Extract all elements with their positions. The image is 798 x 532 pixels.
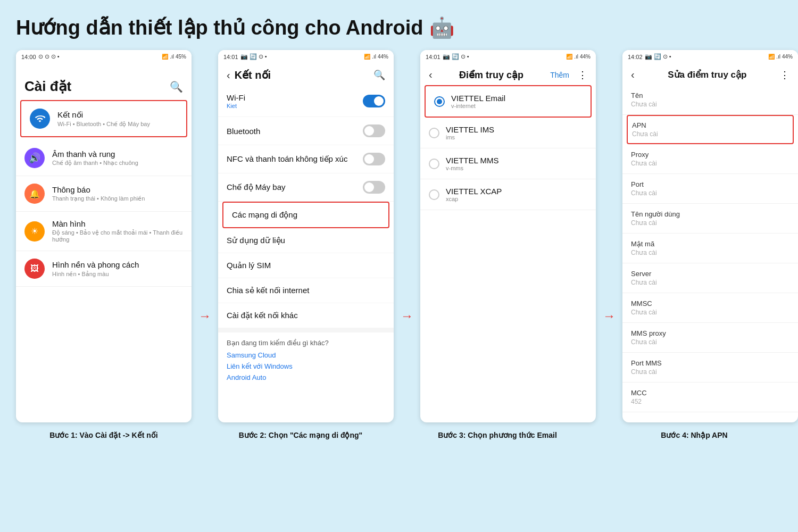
settings-item-hinhen[interactable]: 🖼 Hình nền và phong cách Hình nền • Bảng… [16, 251, 192, 287]
signal-4: 📶 .ıl [768, 54, 780, 60]
field-apn-label: APN [632, 121, 788, 129]
field-password[interactable]: Mật mã Chưa cài [622, 234, 798, 263]
field-port-value: Chưa cài [631, 189, 789, 197]
time-3: 14:01 [426, 54, 440, 60]
more-title: Bạn đang tìm kiếm điều gì khác? [227, 339, 385, 347]
field-username[interactable]: Tên người dùng Chưa cài [622, 204, 798, 234]
apn-email-label: VIETTEL Email [451, 94, 505, 103]
settings-item-thongbao[interactable]: 🔔 Thông báo Thanh trạng thái • Không làm… [16, 176, 192, 212]
screen2-header: ‹ Kết nối 🔍 [218, 62, 394, 86]
nfc-item[interactable]: NFC và thanh toán không tiếp xúc [218, 145, 394, 173]
more-icon[interactable]: ⋮ [578, 69, 587, 81]
steps-row: Bước 1: Vào Cài đặt -> Kết nối Bước 2: C… [16, 422, 782, 439]
step-4-label: Bước 4: Nhập APN [606, 431, 782, 439]
apn-viettel-email[interactable]: VIETTEL Email v-internet [425, 85, 592, 118]
status-bar-1: 14:00 ⊙ ⊙ ⊙ • 📶 .ıl 45% [16, 50, 192, 62]
field-port-label: Port [631, 180, 789, 188]
data-usage-item[interactable]: Sử dụng dữ liệu [218, 228, 394, 253]
radio-ims [429, 128, 439, 138]
field-port-mms[interactable]: Port MMS Chưa cài [622, 353, 798, 383]
airplane-item[interactable]: Chế độ Máy bay [218, 173, 394, 202]
field-mmsc-label: MMSC [631, 300, 789, 307]
thongbao-sub: Thanh trạng thái • Không làm phiền [52, 195, 145, 202]
field-port[interactable]: Port Chưa cài [622, 174, 798, 204]
add-button[interactable]: Thêm [550, 71, 569, 79]
bluetooth-label: Bluetooth [227, 127, 260, 136]
time-4: 14:02 [628, 54, 643, 60]
title-text: Hướng dẫn thiết lập thủ công cho Android [16, 16, 423, 39]
field-port-mms-value: Chưa cài [631, 368, 789, 376]
signal-2: 📶 .ıl [364, 54, 376, 60]
field-proxy-value: Chưa cài [631, 160, 789, 167]
link-samsung-cloud[interactable]: Samsung Cloud [227, 351, 385, 359]
settings-item-ketno[interactable]: Kết nối Wi-Fi • Bluetooth • Chế độ Máy b… [20, 100, 187, 137]
radio-selected [434, 96, 445, 107]
link-android-auto[interactable]: Android Auto [227, 373, 385, 381]
field-server-label: Server [631, 270, 789, 278]
nfc-toggle[interactable] [363, 153, 385, 165]
status-icons-3: 📷 🔄 ⊙ • [443, 53, 469, 60]
data-usage-label: Sử dụng dữ liệu [227, 236, 285, 245]
back-arrow-2[interactable]: ‹ [227, 69, 230, 81]
field-mmsc[interactable]: MMSC Chưa cài [622, 293, 798, 323]
screens-row: 14:00 ⊙ ⊙ ⊙ • 📶 .ıl 45% Cài đặt 🔍 Kết nố… [16, 50, 782, 422]
battery-1: 45% [176, 54, 186, 60]
status-icons-4: 📷 🔄 ⊙ • [645, 53, 671, 60]
field-username-label: Tên người dùng [631, 210, 789, 218]
screen1: 14:00 ⊙ ⊙ ⊙ • 📶 .ıl 45% Cài đặt 🔍 Kết nố… [16, 50, 192, 422]
wifi-icon [30, 109, 50, 129]
hotspot-item[interactable]: Chia sẻ kết nối internet [218, 278, 394, 303]
link-windows[interactable]: Liên kết với Windows [227, 362, 385, 370]
field-server[interactable]: Server Chưa cài [622, 263, 798, 293]
field-mcc[interactable]: MCC 452 [622, 383, 798, 412]
hinhen-sub: Hình nền • Bảng màu [52, 271, 139, 278]
battery-2: 44% [378, 54, 388, 60]
screen3: 14:01 📷 🔄 ⊙ • 📶 .ıl 44% ‹ Điểm truy cập … [420, 50, 596, 422]
radio-mms [429, 159, 439, 169]
search-icon-2[interactable]: 🔍 [373, 69, 385, 81]
bluetooth-item[interactable]: Bluetooth [218, 117, 394, 145]
radio-xcap [429, 189, 439, 200]
sound-icon: 🔊 [24, 148, 45, 168]
settings-item-amthanh[interactable]: 🔊 Âm thanh và rung Chế độ âm thanh • Nhạ… [16, 140, 192, 176]
settings-item-manhinh[interactable]: ☀ Màn hình Độ sáng • Bảo vệ cho mắt thoả… [16, 212, 192, 251]
more-icon-4[interactable]: ⋮ [780, 69, 789, 81]
other-settings-item[interactable]: Cài đặt kết nối khác [218, 303, 394, 328]
field-mcc-label: MCC [631, 389, 789, 397]
airplane-toggle[interactable] [363, 181, 385, 194]
apn-ims-label: VIETTEL IMS [446, 125, 494, 134]
airplane-label: Chế độ Máy bay [227, 182, 286, 192]
search-icon[interactable]: 🔍 [170, 80, 183, 93]
step-1-label: Bước 1: Vào Cài đặt -> Kết nối [16, 431, 192, 439]
field-ten-value: Chưa cài [631, 101, 789, 108]
amthanh-label: Âm thanh và rung [52, 149, 138, 159]
field-mms-proxy[interactable]: MMS proxy Chưa cài [622, 323, 798, 353]
sim-mgmt-label: Quản lý SIM [227, 261, 271, 270]
apn-viettel-ims[interactable]: VIETTEL IMS ims [420, 118, 596, 148]
field-mmsc-value: Chưa cài [631, 309, 789, 316]
back-arrow-4[interactable]: ‹ [631, 69, 635, 81]
back-arrow-3[interactable]: ‹ [429, 69, 433, 81]
bluetooth-toggle[interactable] [363, 124, 385, 137]
mobile-network-label: Các mạng di động [232, 210, 297, 220]
field-mms-proxy-value: Chưa cài [631, 338, 789, 346]
wifi-toggle[interactable] [363, 95, 385, 107]
apn-viettel-mms[interactable]: VIETTEL MMS v-mms [420, 148, 596, 179]
status-icons-2: 📷 🔄 ⊙ • [240, 53, 267, 60]
apn-xcap-label: VIETTEL XCAP [446, 187, 502, 196]
apn-viettel-xcap[interactable]: VIETTEL XCAP xcap [420, 179, 596, 210]
field-proxy[interactable]: Proxy Chưa cài [622, 144, 798, 174]
field-apn[interactable]: APN Chưa cài [627, 115, 794, 144]
field-mms-proxy-label: MMS proxy [631, 329, 789, 337]
manhinh-label: Màn hình [52, 219, 183, 228]
status-bar-4: 14:02 📷 🔄 ⊙ • 📶 .ıl 44% [622, 50, 798, 62]
arrow-3-container: → [601, 210, 617, 422]
sim-mgmt-item[interactable]: Quản lý SIM [218, 253, 394, 278]
mobile-network-item[interactable]: Các mạng di động [222, 202, 389, 228]
signal-3: 📶 .ıl [566, 54, 578, 60]
wifi-item[interactable]: Wi-Fi Kiet [218, 86, 394, 117]
arrow-2-container: → [399, 210, 415, 422]
screen1-title: Cài đặt [24, 78, 71, 95]
field-ten[interactable]: Tên Chưa cài [622, 85, 798, 115]
nfc-label: NFC và thanh toán không tiếp xúc [227, 154, 347, 164]
